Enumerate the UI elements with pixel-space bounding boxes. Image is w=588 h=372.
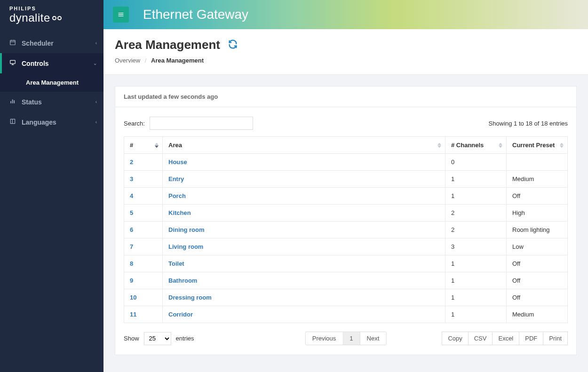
column-header-preset[interactable]: Current Preset [507, 137, 568, 154]
logo: PHILIPS dynalite [0, 0, 103, 33]
row-area-link[interactable]: Porch [168, 192, 186, 199]
page-size-select[interactable]: 25 [144, 332, 171, 345]
row-num-link[interactable]: 11 [130, 311, 136, 318]
table-row: 10Dressing room1Off [124, 289, 568, 306]
svg-rect-0 [10, 40, 16, 45]
sidebar-item-languages[interactable]: Languages ‹ [0, 112, 103, 132]
table-row: 11Corridor1Medium [124, 306, 568, 323]
row-area-link[interactable]: Kitchen [168, 209, 191, 216]
chevron-left-icon: ‹ [95, 119, 97, 125]
sidebar-item-controls[interactable]: Controls ⌄ [0, 53, 103, 73]
row-preset [507, 154, 568, 171]
sort-icon [499, 142, 502, 148]
row-area-link[interactable]: Corridor [168, 311, 193, 318]
logo-icon [52, 16, 62, 20]
sidebar-item-status[interactable]: Status ‹ [0, 92, 103, 112]
row-area-link[interactable]: Living room [168, 243, 203, 250]
svg-rect-8 [12, 100, 13, 103]
column-header-channels[interactable]: # Channels [445, 137, 507, 154]
show-label: Show [124, 335, 139, 342]
breadcrumb-current: Area Management [151, 57, 204, 64]
sidebar-item-label: Status [22, 98, 42, 106]
row-preset: Off [507, 255, 568, 272]
excel-button[interactable]: Excel [492, 332, 519, 345]
page-1-button[interactable]: 1 [343, 332, 360, 345]
menu-toggle-button[interactable] [113, 7, 129, 23]
last-updated-label: Last updated a few seconds ago [115, 87, 576, 107]
row-preset: Off [507, 289, 568, 306]
page-title: Area Management [115, 38, 220, 52]
row-num-link[interactable]: 6 [130, 226, 133, 233]
row-num-link[interactable]: 4 [130, 192, 133, 199]
row-area-link[interactable]: Dressing room [168, 294, 212, 301]
topbar: Ethernet Gateway [103, 0, 588, 29]
sidebar-subitem-area-management[interactable]: Area Management [0, 73, 103, 92]
print-button[interactable]: Print [543, 332, 568, 345]
sort-icon [155, 142, 159, 148]
svg-rect-7 [10, 101, 11, 103]
chevron-down-icon: ⌄ [93, 61, 97, 66]
column-header-num[interactable]: # [124, 137, 163, 154]
row-num-link[interactable]: 2 [130, 158, 133, 166]
row-channels: 1 [445, 289, 507, 306]
row-area-link[interactable]: Bathroom [168, 277, 197, 284]
breadcrumb: Overview / Area Management [115, 57, 577, 64]
table-row: 4Porch1Off [124, 188, 568, 205]
sidebar-item-label: Languages [22, 119, 56, 126]
table-row: 2House0 [124, 154, 568, 171]
row-channels: 1 [445, 188, 507, 205]
table-row: 3Entry1Medium [124, 171, 568, 188]
row-channels: 1 [445, 306, 507, 323]
logo-product: dynalite [9, 11, 94, 24]
row-num-link[interactable]: 10 [130, 294, 136, 301]
prev-button[interactable]: Previous [306, 332, 343, 345]
next-button[interactable]: Next [360, 332, 386, 345]
row-area-link[interactable]: Dining room [168, 226, 205, 233]
table-row: 9Bathroom1Off [124, 272, 568, 289]
row-preset: Off [507, 272, 568, 289]
row-num-link[interactable]: 9 [130, 277, 133, 284]
bar-chart-icon [9, 98, 18, 106]
column-header-area[interactable]: Area [163, 137, 445, 154]
row-preset: Medium [507, 306, 568, 323]
row-preset: Off [507, 188, 568, 205]
search-label: Search: [124, 120, 145, 127]
row-area-link[interactable]: House [168, 158, 187, 166]
sort-icon [437, 142, 441, 148]
row-channels: 2 [445, 222, 507, 238]
row-channels: 2 [445, 205, 507, 222]
row-area-link[interactable]: Entry [168, 175, 184, 182]
row-num-link[interactable]: 7 [130, 243, 133, 250]
sidebar-item-scheduler[interactable]: Scheduler ‹ [0, 33, 103, 53]
svg-rect-9 [14, 100, 15, 103]
refresh-icon[interactable] [228, 39, 238, 51]
row-num-link[interactable]: 3 [130, 175, 133, 182]
sidebar: PHILIPS dynalite Scheduler ‹ Controls ⌄ … [0, 0, 103, 372]
table-row: 5Kitchen2High [124, 205, 568, 222]
row-preset: Room lighting [507, 222, 568, 238]
calendar-icon [9, 39, 18, 47]
page-header: Area Management Overview / Area Manageme… [103, 29, 588, 75]
row-num-link[interactable]: 8 [130, 260, 133, 267]
table-row: 7Living room3Low [124, 238, 568, 255]
area-table: # Area # Channels [124, 136, 568, 323]
row-preset: High [507, 205, 568, 222]
breadcrumb-overview[interactable]: Overview [115, 57, 140, 64]
sort-icon [560, 142, 564, 148]
copy-button[interactable]: Copy [442, 332, 468, 345]
row-channels: 1 [445, 272, 507, 289]
row-num-link[interactable]: 5 [130, 209, 133, 216]
book-icon [9, 118, 18, 126]
entries-label: entries [176, 335, 194, 342]
search-input[interactable] [150, 117, 253, 130]
row-channels: 3 [445, 238, 507, 255]
pagination: Previous 1 Next [305, 332, 387, 345]
pdf-button[interactable]: PDF [519, 332, 543, 345]
table-row: 6Dining room2Room lighting [124, 222, 568, 238]
panel: Last updated a few seconds ago Search: S… [115, 86, 577, 355]
row-preset: Medium [507, 171, 568, 188]
row-area-link[interactable]: Toilet [168, 260, 184, 267]
csv-button[interactable]: CSV [468, 332, 493, 345]
chevron-left-icon: ‹ [95, 99, 97, 104]
sidebar-item-label: Controls [22, 60, 49, 67]
